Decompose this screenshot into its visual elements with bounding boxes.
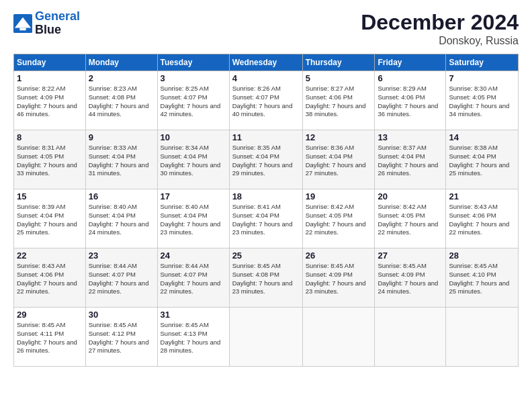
day-number: 4: [232, 73, 300, 83]
header: GeneralBlue December 2024 Donskoy, Russi…: [13, 10, 519, 47]
day-number: 10: [161, 132, 226, 142]
day-info: Sunrise: 8:34 AMSunset: 4:04 PMDaylight:…: [161, 144, 226, 178]
day-info: Sunrise: 8:43 AMSunset: 4:06 PMDaylight:…: [17, 262, 83, 296]
month-title: December 2024: [361, 10, 519, 35]
calendar-table: Sunday Monday Tuesday Wednesday Thursday…: [13, 54, 519, 367]
logo-icon: [13, 14, 32, 33]
day-info: Sunrise: 8:29 AMSunset: 4:06 PMDaylight:…: [378, 85, 443, 119]
day-number: 19: [306, 191, 372, 201]
day-cell-14: 14 Sunrise: 8:38 AMSunset: 4:04 PMDaylig…: [446, 130, 519, 189]
day-cell-18: 18 Sunrise: 8:41 AMSunset: 4:04 PMDaylig…: [229, 189, 302, 248]
day-number: 25: [232, 250, 300, 261]
week-row-4: 22 Sunrise: 8:43 AMSunset: 4:06 PMDaylig…: [14, 248, 519, 308]
day-cell-3: 3 Sunrise: 8:25 AMSunset: 4:07 PMDayligh…: [157, 71, 229, 130]
col-friday: Friday: [375, 54, 446, 71]
day-info: Sunrise: 8:31 AMSunset: 4:05 PMDaylight:…: [17, 144, 83, 178]
day-number: 15: [17, 191, 83, 201]
day-cell-13: 13 Sunrise: 8:37 AMSunset: 4:04 PMDaylig…: [375, 130, 446, 189]
day-number: 16: [89, 191, 154, 201]
day-cell-31: 31 Sunrise: 8:45 AMSunset: 4:13 PMDaylig…: [157, 308, 229, 367]
day-info: Sunrise: 8:25 AMSunset: 4:07 PMDaylight:…: [161, 85, 226, 119]
col-thursday: Thursday: [302, 54, 375, 71]
day-number: 24: [161, 250, 226, 261]
day-number: 26: [306, 250, 372, 261]
day-cell-10: 10 Sunrise: 8:34 AMSunset: 4:04 PMDaylig…: [157, 130, 229, 189]
day-info: Sunrise: 8:39 AMSunset: 4:04 PMDaylight:…: [17, 203, 83, 237]
day-cell-17: 17 Sunrise: 8:40 AMSunset: 4:04 PMDaylig…: [157, 189, 229, 248]
day-info: Sunrise: 8:27 AMSunset: 4:06 PMDaylight:…: [306, 85, 372, 119]
calendar-header-row: Sunday Monday Tuesday Wednesday Thursday…: [14, 54, 519, 71]
day-info: Sunrise: 8:22 AMSunset: 4:09 PMDaylight:…: [17, 85, 83, 119]
day-info: Sunrise: 8:23 AMSunset: 4:08 PMDaylight:…: [89, 85, 154, 119]
day-number: 20: [378, 191, 443, 201]
day-info: Sunrise: 8:43 AMSunset: 4:06 PMDaylight:…: [449, 203, 515, 237]
day-number: 11: [232, 132, 300, 142]
day-info: Sunrise: 8:42 AMSunset: 4:05 PMDaylight:…: [306, 203, 372, 237]
day-cell-25: 25 Sunrise: 8:45 AMSunset: 4:08 PMDaylig…: [229, 248, 302, 308]
col-sunday: Sunday: [14, 54, 86, 71]
logo-text: GeneralBlue: [35, 10, 80, 37]
day-cell-27: 27 Sunrise: 8:45 AMSunset: 4:09 PMDaylig…: [375, 248, 446, 308]
day-cell-1: 1 Sunrise: 8:22 AMSunset: 4:09 PMDayligh…: [14, 71, 86, 130]
day-info: Sunrise: 8:45 AMSunset: 4:09 PMDaylight:…: [378, 262, 443, 296]
day-cell-32: [229, 308, 302, 367]
day-cell-29: 29 Sunrise: 8:45 AMSunset: 4:11 PMDaylig…: [14, 308, 86, 367]
day-info: Sunrise: 8:45 AMSunset: 4:10 PMDaylight:…: [449, 262, 515, 296]
day-number: 21: [449, 191, 515, 201]
day-cell-11: 11 Sunrise: 8:35 AMSunset: 4:04 PMDaylig…: [229, 130, 302, 189]
day-cell-30: 30 Sunrise: 8:45 AMSunset: 4:12 PMDaylig…: [85, 308, 157, 367]
day-info: Sunrise: 8:38 AMSunset: 4:04 PMDaylight:…: [449, 144, 515, 178]
day-number: 1: [17, 73, 83, 83]
day-cell-23: 23 Sunrise: 8:44 AMSunset: 4:07 PMDaylig…: [85, 248, 157, 308]
day-number: 29: [17, 310, 83, 320]
day-info: Sunrise: 8:44 AMSunset: 4:07 PMDaylight:…: [89, 262, 154, 296]
day-info: Sunrise: 8:41 AMSunset: 4:04 PMDaylight:…: [232, 203, 300, 237]
day-cell-8: 8 Sunrise: 8:31 AMSunset: 4:05 PMDayligh…: [14, 130, 86, 189]
day-info: Sunrise: 8:42 AMSunset: 4:05 PMDaylight:…: [378, 203, 443, 237]
col-monday: Monday: [85, 54, 157, 71]
day-cell-9: 9 Sunrise: 8:33 AMSunset: 4:04 PMDayligh…: [85, 130, 157, 189]
week-row-3: 15 Sunrise: 8:39 AMSunset: 4:04 PMDaylig…: [14, 189, 519, 248]
day-cell-24: 24 Sunrise: 8:44 AMSunset: 4:07 PMDaylig…: [157, 248, 229, 308]
day-cell-26: 26 Sunrise: 8:45 AMSunset: 4:09 PMDaylig…: [302, 248, 375, 308]
day-info: Sunrise: 8:37 AMSunset: 4:04 PMDaylight:…: [378, 144, 443, 178]
day-cell-35: [446, 308, 519, 367]
day-number: 31: [161, 310, 226, 320]
location: Donskoy, Russia: [361, 35, 519, 47]
day-info: Sunrise: 8:45 AMSunset: 4:13 PMDaylight:…: [161, 321, 226, 355]
day-number: 17: [161, 191, 226, 201]
day-number: 23: [89, 250, 154, 261]
day-cell-5: 5 Sunrise: 8:27 AMSunset: 4:06 PMDayligh…: [302, 71, 375, 130]
day-number: 5: [306, 73, 372, 83]
day-cell-22: 22 Sunrise: 8:43 AMSunset: 4:06 PMDaylig…: [14, 248, 86, 308]
day-number: 3: [161, 73, 226, 83]
day-info: Sunrise: 8:36 AMSunset: 4:04 PMDaylight:…: [306, 144, 372, 178]
day-cell-28: 28 Sunrise: 8:45 AMSunset: 4:10 PMDaylig…: [446, 248, 519, 308]
day-info: Sunrise: 8:35 AMSunset: 4:04 PMDaylight:…: [232, 144, 300, 178]
day-number: 30: [89, 310, 154, 320]
day-number: 7: [449, 73, 515, 83]
day-number: 28: [449, 250, 515, 261]
day-number: 18: [232, 191, 300, 201]
week-row-5: 29 Sunrise: 8:45 AMSunset: 4:11 PMDaylig…: [14, 308, 519, 367]
day-cell-15: 15 Sunrise: 8:39 AMSunset: 4:04 PMDaylig…: [14, 189, 86, 248]
day-info: Sunrise: 8:40 AMSunset: 4:04 PMDaylight:…: [161, 203, 226, 237]
page: GeneralBlue December 2024 Donskoy, Russi…: [0, 0, 532, 411]
day-info: Sunrise: 8:40 AMSunset: 4:04 PMDaylight:…: [89, 203, 154, 237]
day-cell-16: 16 Sunrise: 8:40 AMSunset: 4:04 PMDaylig…: [85, 189, 157, 248]
day-cell-7: 7 Sunrise: 8:30 AMSunset: 4:05 PMDayligh…: [446, 71, 519, 130]
day-cell-2: 2 Sunrise: 8:23 AMSunset: 4:08 PMDayligh…: [85, 71, 157, 130]
week-row-1: 1 Sunrise: 8:22 AMSunset: 4:09 PMDayligh…: [14, 71, 519, 130]
col-tuesday: Tuesday: [157, 54, 229, 71]
day-cell-4: 4 Sunrise: 8:26 AMSunset: 4:07 PMDayligh…: [229, 71, 302, 130]
day-info: Sunrise: 8:30 AMSunset: 4:05 PMDaylight:…: [449, 85, 515, 119]
day-cell-12: 12 Sunrise: 8:36 AMSunset: 4:04 PMDaylig…: [302, 130, 375, 189]
day-number: 13: [378, 132, 443, 142]
day-cell-33: [302, 308, 375, 367]
day-info: Sunrise: 8:33 AMSunset: 4:04 PMDaylight:…: [89, 144, 154, 178]
day-cell-21: 21 Sunrise: 8:43 AMSunset: 4:06 PMDaylig…: [446, 189, 519, 248]
day-info: Sunrise: 8:45 AMSunset: 4:12 PMDaylight:…: [89, 321, 154, 355]
day-number: 6: [378, 73, 443, 83]
col-saturday: Saturday: [446, 54, 519, 71]
day-number: 22: [17, 250, 83, 261]
